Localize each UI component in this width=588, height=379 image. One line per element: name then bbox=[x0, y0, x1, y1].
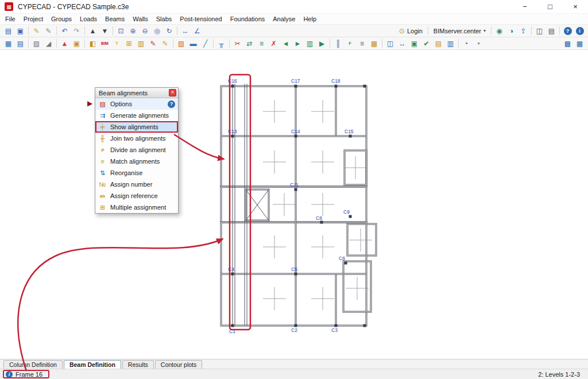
visibility-icon[interactable]: ◑ bbox=[506, 25, 517, 36]
panel-item-assign-reference[interactable]: abAssign reference bbox=[95, 190, 178, 202]
panel-icon[interactable]: ▧ bbox=[176, 38, 187, 49]
toolbar-separator bbox=[428, 26, 428, 35]
printer-icon[interactable]: ▤ bbox=[546, 25, 557, 36]
panel-item-reorganise[interactable]: ⇅Reorganise bbox=[95, 167, 178, 179]
panel-item-show-alignments[interactable]: ╪Show alignments bbox=[95, 121, 178, 133]
mesh-icon[interactable]: ⊞ bbox=[123, 38, 134, 49]
toolbar-separator bbox=[56, 39, 57, 48]
menu-walls[interactable]: Walls bbox=[129, 14, 152, 24]
edit-pencil-icon[interactable]: ✎ bbox=[31, 25, 42, 36]
panel-item-generate-alignments[interactable]: ⇉Generate alignments bbox=[95, 110, 178, 121]
tab-results[interactable]: Results bbox=[122, 360, 154, 369]
export-bim-icon[interactable]: ⇪ bbox=[518, 25, 529, 36]
scroll-up-icon[interactable]: ▲ bbox=[87, 25, 98, 36]
menu-foundations[interactable]: Foundations bbox=[226, 14, 269, 24]
menu-file[interactable]: File bbox=[1, 14, 20, 24]
maximize-button[interactable]: □ bbox=[537, 0, 563, 13]
save-icon[interactable]: ▣ bbox=[15, 25, 26, 36]
deposit-icon[interactable]: ▣ bbox=[71, 38, 82, 49]
hatch-icon[interactable]: ▨ bbox=[31, 38, 42, 49]
panel-item-assign-number[interactable]: №Assign number bbox=[95, 179, 178, 190]
workspace-icon[interactable]: ▦ bbox=[574, 38, 585, 49]
drawing-canvas[interactable]: C16C17C18C13C14C15C11C9C8C6C4C5C1C2C3 Be… bbox=[0, 50, 588, 359]
depth-icon[interactable]: ≡ bbox=[357, 38, 368, 49]
group-view-icon[interactable]: ▦ bbox=[3, 38, 14, 49]
menu-loads[interactable]: Loads bbox=[76, 14, 101, 24]
panel-titlebar[interactable]: Beam alignments × bbox=[95, 88, 178, 98]
panel-item-divide-an-alignment[interactable]: ≠Divide an alignment bbox=[95, 144, 178, 156]
grid-config-icon[interactable]: ▩ bbox=[562, 38, 573, 49]
delete-beam-icon[interactable]: ✗ bbox=[268, 38, 279, 49]
panel-item-match-alignments[interactable]: ≡Match alignments bbox=[95, 156, 178, 167]
panel-close-button[interactable]: × bbox=[169, 89, 176, 96]
reinforcement-icon[interactable]: ▥ bbox=[136, 38, 146, 49]
slope-icon[interactable]: ◢ bbox=[43, 38, 54, 49]
zoom-extents-icon[interactable]: ◎ bbox=[152, 25, 163, 36]
help-icon[interactable]: ? bbox=[168, 100, 175, 108]
edit-secondary-icon[interactable]: ✎ bbox=[43, 25, 54, 36]
layers-icon[interactable]: ▥ bbox=[445, 38, 456, 49]
redraw-icon[interactable]: ↻ bbox=[164, 25, 175, 36]
modify-icon[interactable]: ▥ bbox=[304, 38, 315, 49]
dimension-icon[interactable]: ↔ bbox=[397, 38, 408, 49]
login-button[interactable]: ⊙ Login bbox=[396, 27, 426, 35]
check-icon[interactable]: ✔ bbox=[421, 38, 432, 49]
scroll-down-icon[interactable]: ▼ bbox=[99, 25, 110, 36]
panel-item-multiple-assignment[interactable]: ⊞Multiple assignment bbox=[95, 202, 178, 213]
menu-help[interactable]: Help bbox=[299, 14, 320, 24]
zoom-in-icon[interactable]: ⊕ bbox=[127, 25, 138, 36]
redo-icon[interactable]: ↷ bbox=[71, 25, 82, 36]
panel-item-options[interactable]: ▨Options? bbox=[95, 98, 178, 110]
open-job-icon[interactable]: ▤ bbox=[3, 25, 14, 36]
pan-icon[interactable]: ↔ bbox=[180, 25, 191, 36]
menu-beams[interactable]: Beams bbox=[101, 14, 129, 24]
table-icon[interactable]: ▦ bbox=[369, 38, 380, 49]
info-update-icon[interactable]: i bbox=[574, 25, 585, 36]
move-right-icon[interactable]: ► bbox=[292, 38, 303, 49]
flag-icon[interactable]: ▶ bbox=[316, 38, 327, 49]
measure-icon[interactable]: ∠ bbox=[192, 25, 203, 36]
close-button[interactable]: × bbox=[563, 0, 588, 13]
menu-project[interactable]: Project bbox=[20, 14, 47, 24]
menu-slabs[interactable]: Slabs bbox=[152, 14, 176, 24]
tab-contour-plots[interactable]: Contour plots bbox=[155, 360, 202, 369]
extend-beam-icon[interactable]: ⇄ bbox=[244, 38, 255, 49]
properties-icon[interactable]: ▣ bbox=[409, 38, 420, 49]
help-icon[interactable]: ? bbox=[562, 25, 573, 36]
menu-analyse[interactable]: Analyse bbox=[269, 14, 299, 24]
text-annotate-icon[interactable]: T bbox=[111, 38, 122, 49]
columns-icon[interactable]: ║ bbox=[332, 38, 343, 49]
bim-model-icon[interactable]: BIM bbox=[99, 38, 110, 49]
align-beams-icon[interactable]: ≡ bbox=[256, 38, 267, 49]
bim-globe-icon[interactable]: ◉ bbox=[494, 25, 505, 36]
fire-resistance-icon[interactable]: ▲ bbox=[59, 38, 70, 49]
windows-layout-icon[interactable]: ◫ bbox=[534, 25, 545, 36]
beam-section-icon[interactable]: ╥ bbox=[216, 38, 227, 49]
edit-gold-icon[interactable]: ✎ bbox=[160, 38, 171, 49]
menu-groups[interactable]: Groups bbox=[47, 14, 76, 24]
edit-red-icon[interactable]: ✎ bbox=[148, 38, 158, 49]
panel-item-join-two-alignments[interactable]: ╫Join two alignments bbox=[95, 133, 178, 144]
lists-icon[interactable]: ▤ bbox=[433, 38, 444, 49]
login-label: Login bbox=[407, 28, 423, 34]
bimserver-dropdown[interactable]: BIMserver.center ▾ bbox=[430, 28, 489, 34]
menu-post-tensioned[interactable]: Post-tensioned bbox=[176, 14, 226, 24]
zoom-window-icon[interactable]: ⊡ bbox=[115, 25, 126, 36]
move-left-icon[interactable]: ◄ bbox=[280, 38, 291, 49]
beam-icon[interactable]: ▬ bbox=[188, 38, 199, 49]
diagonal-beam-icon[interactable]: ╱ bbox=[200, 38, 211, 49]
labels-icon[interactable]: ◧ bbox=[87, 38, 98, 49]
cut-beam-icon[interactable]: ✂ bbox=[232, 38, 243, 49]
minimize-button[interactable]: − bbox=[512, 0, 537, 13]
undo-icon[interactable]: ↶ bbox=[59, 25, 70, 36]
fixity-icon[interactable]: F bbox=[345, 38, 355, 49]
tab-beam-definition[interactable]: Beam Definition bbox=[64, 360, 121, 369]
main-toolbar-right: ◉◑⇪◫▤?i bbox=[493, 25, 586, 36]
views-icon[interactable]: ◫ bbox=[385, 38, 396, 49]
add-icon[interactable]: + bbox=[461, 38, 472, 49]
building-views-icon[interactable]: ▤ bbox=[15, 38, 26, 49]
info-update-icon: i bbox=[576, 27, 584, 35]
zoom-out-icon[interactable]: ⊖ bbox=[140, 25, 150, 36]
remove-icon[interactable]: × bbox=[473, 38, 484, 49]
tab-column-definition[interactable]: Column Definition bbox=[3, 360, 63, 369]
